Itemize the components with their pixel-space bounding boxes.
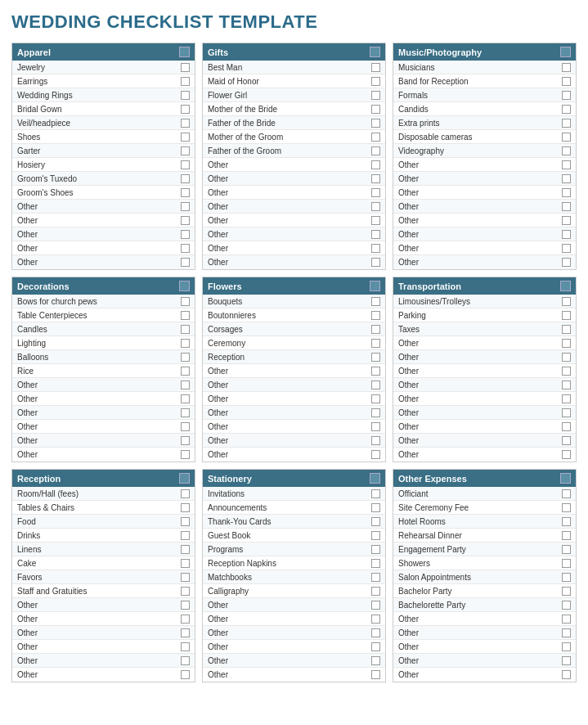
item-checkbox[interactable] — [562, 670, 571, 679]
item-checkbox[interactable] — [181, 244, 190, 253]
item-checkbox[interactable] — [181, 615, 190, 624]
item-checkbox[interactable] — [562, 174, 571, 183]
item-checkbox[interactable] — [562, 160, 571, 169]
item-checkbox[interactable] — [562, 77, 571, 86]
item-checkbox[interactable] — [181, 105, 190, 114]
item-checkbox[interactable] — [371, 436, 380, 445]
header-checkbox-reception[interactable] — [179, 473, 190, 484]
header-checkbox-other-expenses[interactable] — [560, 473, 571, 484]
item-checkbox[interactable] — [371, 339, 380, 348]
item-checkbox[interactable] — [562, 489, 571, 498]
item-checkbox[interactable] — [181, 353, 190, 362]
item-checkbox[interactable] — [371, 503, 380, 512]
item-checkbox[interactable] — [371, 367, 380, 376]
header-checkbox-transportation[interactable] — [560, 281, 571, 291]
item-checkbox[interactable] — [181, 422, 190, 431]
item-checkbox[interactable] — [562, 216, 571, 225]
item-checkbox[interactable] — [371, 573, 380, 582]
item-checkbox[interactable] — [181, 133, 190, 142]
item-checkbox[interactable] — [562, 450, 571, 459]
item-checkbox[interactable] — [181, 531, 190, 540]
item-checkbox[interactable] — [181, 339, 190, 348]
item-checkbox[interactable] — [371, 642, 380, 651]
item-checkbox[interactable] — [181, 311, 190, 320]
item-checkbox[interactable] — [562, 91, 571, 100]
item-checkbox[interactable] — [181, 119, 190, 128]
item-checkbox[interactable] — [371, 325, 380, 334]
item-checkbox[interactable] — [562, 656, 571, 665]
item-checkbox[interactable] — [181, 325, 190, 334]
item-checkbox[interactable] — [562, 353, 571, 362]
header-checkbox-flowers[interactable] — [370, 281, 380, 291]
item-checkbox[interactable] — [181, 202, 190, 211]
header-checkbox-decorations[interactable] — [179, 281, 190, 291]
item-checkbox[interactable] — [371, 628, 380, 637]
item-checkbox[interactable] — [562, 381, 571, 390]
item-checkbox[interactable] — [562, 244, 571, 253]
item-checkbox[interactable] — [562, 531, 571, 540]
item-checkbox[interactable] — [562, 559, 571, 568]
item-checkbox[interactable] — [371, 133, 380, 142]
item-checkbox[interactable] — [562, 202, 571, 211]
item-checkbox[interactable] — [181, 517, 190, 526]
item-checkbox[interactable] — [181, 297, 190, 306]
item-checkbox[interactable] — [371, 408, 380, 417]
item-checkbox[interactable] — [562, 311, 571, 320]
item-checkbox[interactable] — [371, 244, 380, 253]
header-checkbox-gifts[interactable] — [370, 47, 380, 57]
item-checkbox[interactable] — [371, 656, 380, 665]
item-checkbox[interactable] — [181, 436, 190, 445]
item-checkbox[interactable] — [371, 450, 380, 459]
item-checkbox[interactable] — [371, 670, 380, 679]
item-checkbox[interactable] — [371, 146, 380, 155]
item-checkbox[interactable] — [371, 517, 380, 526]
item-checkbox[interactable] — [562, 628, 571, 637]
item-checkbox[interactable] — [371, 311, 380, 320]
item-checkbox[interactable] — [181, 174, 190, 183]
item-checkbox[interactable] — [562, 230, 571, 239]
item-checkbox[interactable] — [181, 394, 190, 403]
item-checkbox[interactable] — [371, 601, 380, 610]
item-checkbox[interactable] — [181, 77, 190, 86]
item-checkbox[interactable] — [371, 105, 380, 114]
item-checkbox[interactable] — [371, 63, 380, 72]
item-checkbox[interactable] — [562, 258, 571, 267]
item-checkbox[interactable] — [562, 615, 571, 624]
item-checkbox[interactable] — [371, 559, 380, 568]
item-checkbox[interactable] — [371, 77, 380, 86]
item-checkbox[interactable] — [562, 436, 571, 445]
item-checkbox[interactable] — [371, 422, 380, 431]
item-checkbox[interactable] — [371, 258, 380, 267]
item-checkbox[interactable] — [371, 353, 380, 362]
item-checkbox[interactable] — [181, 656, 190, 665]
item-checkbox[interactable] — [181, 503, 190, 512]
item-checkbox[interactable] — [181, 91, 190, 100]
item-checkbox[interactable] — [181, 489, 190, 498]
item-checkbox[interactable] — [562, 188, 571, 197]
item-checkbox[interactable] — [181, 230, 190, 239]
item-checkbox[interactable] — [371, 230, 380, 239]
item-checkbox[interactable] — [562, 503, 571, 512]
item-checkbox[interactable] — [562, 601, 571, 610]
item-checkbox[interactable] — [562, 325, 571, 334]
item-checkbox[interactable] — [181, 587, 190, 596]
item-checkbox[interactable] — [562, 408, 571, 417]
item-checkbox[interactable] — [181, 188, 190, 197]
item-checkbox[interactable] — [181, 146, 190, 155]
item-checkbox[interactable] — [371, 381, 380, 390]
item-checkbox[interactable] — [181, 63, 190, 72]
item-checkbox[interactable] — [562, 63, 571, 72]
item-checkbox[interactable] — [371, 160, 380, 169]
item-checkbox[interactable] — [181, 601, 190, 610]
header-checkbox-stationery[interactable] — [370, 473, 380, 484]
item-checkbox[interactable] — [562, 133, 571, 142]
item-checkbox[interactable] — [181, 408, 190, 417]
item-checkbox[interactable] — [371, 394, 380, 403]
item-checkbox[interactable] — [181, 670, 190, 679]
item-checkbox[interactable] — [181, 642, 190, 651]
item-checkbox[interactable] — [562, 517, 571, 526]
item-checkbox[interactable] — [371, 587, 380, 596]
item-checkbox[interactable] — [371, 119, 380, 128]
header-checkbox-music-photography[interactable] — [560, 47, 571, 57]
item-checkbox[interactable] — [181, 367, 190, 376]
